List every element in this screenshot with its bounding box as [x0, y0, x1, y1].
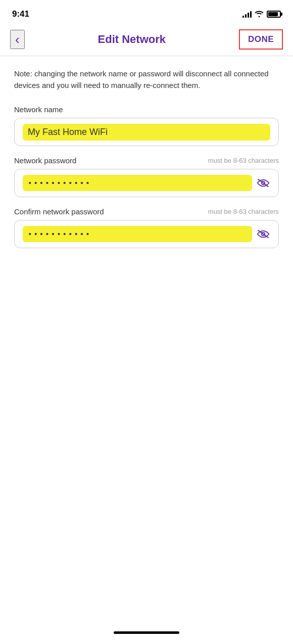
header: ‹ Edit Network DONE	[0, 25, 293, 56]
status-icons	[242, 10, 281, 19]
page-title: Edit Network	[25, 33, 239, 46]
toggle-password-button[interactable]	[256, 178, 270, 188]
main-content: Note: changing the network name or passw…	[0, 56, 293, 279]
battery-icon	[267, 11, 281, 18]
network-password-input[interactable]	[23, 175, 252, 191]
back-button[interactable]: ‹	[10, 30, 25, 49]
eye-slash-icon	[256, 178, 270, 188]
confirm-password-hint: must be 8-63 characters	[208, 208, 279, 215]
toggle-confirm-password-button[interactable]	[256, 229, 270, 239]
confirm-password-wrapper	[14, 220, 279, 248]
network-name-section: Network name	[14, 105, 279, 146]
home-indicator	[114, 631, 179, 634]
status-bar: 9:41	[0, 0, 293, 25]
network-name-input[interactable]	[23, 124, 270, 141]
note-text: Note: changing the network name or passw…	[14, 68, 279, 91]
network-password-label: Network password	[14, 156, 76, 165]
network-password-section: Network password must be 8-63 characters	[14, 156, 279, 197]
svg-line-1	[258, 179, 268, 187]
eye-slash-confirm-icon	[256, 229, 270, 239]
confirm-password-label: Confirm network password	[14, 207, 104, 216]
svg-line-3	[258, 231, 268, 238]
status-time: 9:41	[12, 9, 29, 19]
wifi-icon	[255, 10, 264, 19]
confirm-password-input[interactable]	[23, 226, 252, 242]
network-name-label: Network name	[14, 105, 63, 114]
network-name-wrapper	[14, 118, 279, 146]
confirm-password-section: Confirm network password must be 8-63 ch…	[14, 207, 279, 248]
network-password-hint: must be 8-63 characters	[208, 157, 279, 164]
signal-bars-icon	[242, 11, 252, 18]
done-button[interactable]: DONE	[239, 29, 283, 50]
network-password-wrapper	[14, 169, 279, 197]
